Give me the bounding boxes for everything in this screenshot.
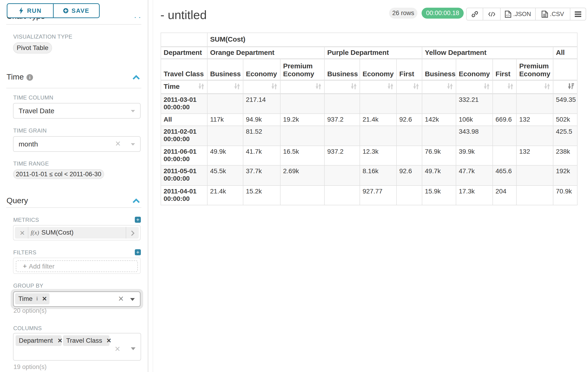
svg-text:</>: </> (506, 14, 510, 17)
